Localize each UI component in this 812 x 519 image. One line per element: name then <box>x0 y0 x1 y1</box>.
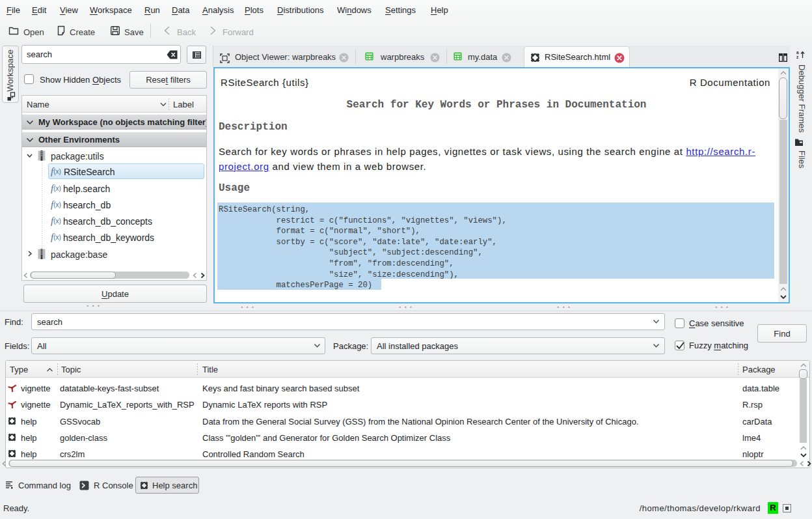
svg-text:z: z <box>796 55 799 59</box>
svg-text:a: a <box>796 50 799 55</box>
